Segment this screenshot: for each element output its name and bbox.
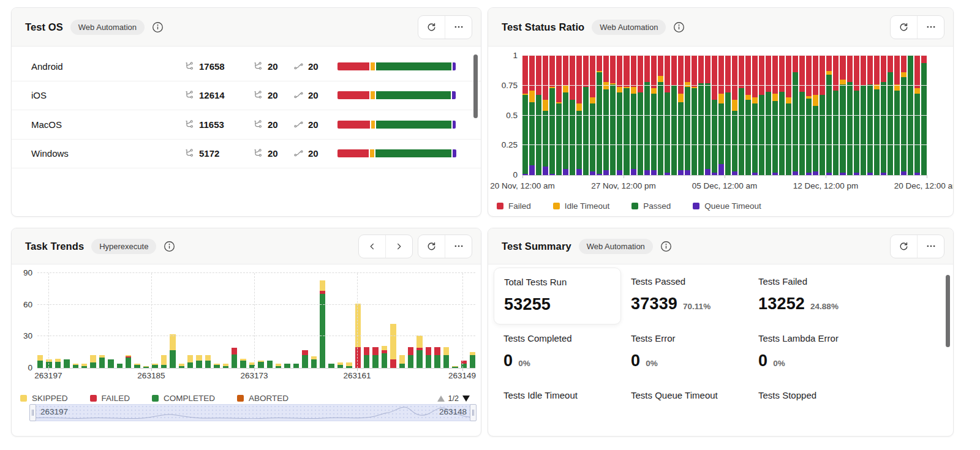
- card-title: Test Status Ratio: [502, 21, 584, 33]
- stacked-bar: [644, 56, 650, 175]
- stacked-bar: [901, 56, 907, 175]
- stacked-bar: [258, 273, 263, 368]
- bar-segment: [914, 173, 920, 175]
- os-table: Android176582020iOS126142020MacOS1165320…: [12, 47, 481, 168]
- x-tick-mark: [624, 175, 624, 178]
- bar-segment: [806, 99, 812, 173]
- stat-label: Tests Lambda Error: [758, 333, 866, 343]
- info-icon[interactable]: [673, 21, 685, 33]
- info-icon[interactable]: [152, 21, 164, 33]
- tests-count: 5172: [199, 148, 219, 159]
- legend-label: FAILED: [102, 394, 130, 403]
- bar-segment: [603, 89, 609, 171]
- bar-segment: [376, 121, 451, 129]
- brush-sparkline: [31, 405, 475, 421]
- legend-item: COMPLETED: [152, 394, 215, 403]
- bar-segment: [847, 56, 853, 82]
- pager-button-group: [358, 234, 413, 258]
- summary-stat: Tests Error00%: [621, 324, 748, 381]
- bar-segment: [187, 355, 193, 362]
- more-options-button[interactable]: [445, 235, 472, 258]
- stacked-bar: [470, 273, 475, 368]
- bar-segment: [617, 170, 622, 175]
- legend-item: FAILED: [90, 394, 130, 403]
- bar-segment: [576, 103, 582, 111]
- bar-segment: [854, 91, 859, 173]
- tests-count-icon: [184, 119, 195, 130]
- bar-segment: [638, 56, 643, 92]
- stacked-bar: [759, 56, 764, 175]
- bar-segment: [399, 355, 405, 364]
- bar-segment: [529, 102, 535, 165]
- bar-segment: [536, 56, 541, 95]
- next-page-button[interactable]: [385, 235, 412, 258]
- page-up-icon[interactable]: [437, 396, 445, 402]
- page-down-icon[interactable]: [462, 396, 470, 402]
- stat-value-row: 00%: [631, 351, 739, 370]
- bar-segment: [610, 84, 616, 175]
- bar-segment: [108, 359, 113, 368]
- stacked-bar: [293, 273, 299, 368]
- more-options-button[interactable]: [917, 16, 944, 39]
- bar-segment: [624, 56, 629, 87]
- bar-segment: [665, 56, 670, 92]
- gridline: [151, 273, 152, 368]
- y-tick-label: 0: [14, 364, 32, 372]
- stacked-bar: [678, 56, 684, 175]
- refresh-button[interactable]: [891, 16, 917, 39]
- x-tick-label: 27 Nov, 12:00 pm: [591, 181, 656, 190]
- bar-segment: [826, 56, 832, 71]
- legend-label: ABORTED: [249, 394, 288, 403]
- brush-handle-left[interactable]: [29, 404, 36, 421]
- bar-segment: [170, 350, 175, 368]
- trends-pagination: 1/2: [437, 394, 470, 403]
- bar-segment: [597, 72, 602, 174]
- vertical-scrollbar[interactable]: [946, 275, 950, 347]
- stacked-bar: [610, 56, 616, 175]
- gridline: [522, 144, 927, 145]
- test-type-badge: Web Automation: [579, 239, 653, 254]
- bar-segment: [752, 97, 758, 103]
- refresh-button[interactable]: [891, 235, 917, 258]
- info-icon[interactable]: [660, 241, 672, 252]
- bar-segment: [813, 56, 818, 95]
- card-task-trends: Task Trends Hyperexecute: [11, 228, 481, 437]
- stacked-bar: [99, 273, 105, 368]
- stat-percentage: 0%: [773, 359, 785, 368]
- stacked-bar: [170, 273, 175, 368]
- bar-segment: [399, 364, 405, 368]
- summary-stat: Tests Passed3733970.11%: [621, 268, 748, 324]
- stacked-bar: [55, 273, 61, 368]
- bar-segment: [205, 355, 211, 361]
- card-test-summary: Test Summary Web Automation Total Tests …: [488, 228, 954, 437]
- legend-label: SKIPPED: [32, 394, 68, 403]
- bar-segment: [126, 358, 131, 368]
- stacked-bar: [772, 56, 778, 175]
- previous-page-button[interactable]: [359, 235, 385, 258]
- brush-handle-right[interactable]: [470, 404, 477, 421]
- bar-segment: [543, 111, 548, 167]
- stacked-bar: [739, 56, 744, 175]
- info-icon[interactable]: [164, 241, 175, 252]
- builds-count: 20: [268, 148, 278, 159]
- bar-segment: [678, 56, 684, 94]
- bar-segment: [617, 87, 622, 93]
- refresh-button[interactable]: [418, 16, 445, 39]
- stat-value-row: 00%: [758, 351, 866, 370]
- builds-count-icon: [253, 61, 263, 72]
- bar-segment: [55, 362, 61, 368]
- bar-segment: [901, 77, 907, 171]
- vertical-scrollbar[interactable]: [473, 54, 478, 118]
- ratio-y-axis: 00.250.50.751: [492, 56, 518, 175]
- more-options-button[interactable]: [917, 235, 944, 258]
- bar-segment: [867, 173, 873, 175]
- summary-stat: Tests Lambda Error00%: [748, 324, 876, 381]
- stacked-bar: [187, 273, 193, 368]
- stacked-bar: [161, 273, 167, 368]
- stacked-bar: [867, 56, 873, 175]
- bar-segment: [382, 353, 387, 368]
- zoom-brush-slider[interactable]: 263197 263148: [30, 404, 476, 421]
- more-options-button[interactable]: [445, 16, 472, 39]
- os-metric: 20: [293, 90, 337, 100]
- refresh-button[interactable]: [418, 235, 445, 258]
